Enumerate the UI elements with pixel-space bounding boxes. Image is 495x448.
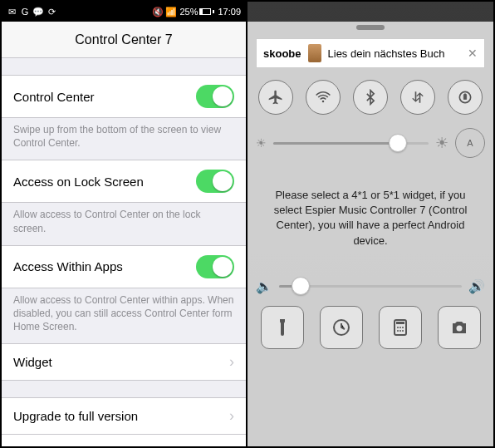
airplane-icon (267, 89, 284, 106)
flashlight-button[interactable] (261, 306, 304, 349)
volume-slider[interactable] (279, 285, 462, 288)
row-lock-screen[interactable]: Access on Lock Screen (2, 160, 246, 203)
row-desc: Swipe up from the bottom of the screen t… (2, 118, 246, 160)
calculator-button[interactable] (379, 306, 422, 349)
svg-point-6 (399, 327, 401, 328)
page-title: Control Center 7 (2, 22, 246, 58)
svg-point-7 (402, 327, 404, 328)
widget-message: Please select a 4*1 or 5*1 widget, if yo… (264, 188, 477, 249)
toggle-within-apps[interactable] (196, 255, 234, 278)
row-label: Control Center (13, 90, 95, 104)
rotation-lock-icon (457, 89, 473, 106)
clock-button[interactable] (320, 306, 363, 349)
svg-point-9 (399, 330, 401, 332)
row-widget[interactable]: Widget › (2, 343, 246, 381)
battery-pct: 25% (179, 7, 198, 17)
row-about[interactable]: About › (2, 435, 246, 446)
chevron-right-icon: › (229, 407, 234, 425)
google-icon: G (20, 7, 30, 17)
brightness-slider[interactable] (273, 142, 429, 145)
svg-point-10 (402, 330, 404, 332)
bluetooth-icon (362, 89, 379, 106)
ad-text: Lies dein nächstes Buch (328, 47, 445, 60)
camera-button[interactable] (438, 306, 481, 349)
drag-handle[interactable] (356, 25, 385, 30)
flashlight-icon (272, 318, 292, 337)
volume-high-icon: 🔊 (468, 278, 485, 294)
row-upgrade[interactable]: Upgrade to full version › (2, 397, 246, 435)
chevron-right-icon: › (229, 444, 234, 446)
control-center-panel: skoobe Lies dein nächstes Buch ✕ ☀ ☀ A P… (248, 22, 493, 446)
svg-point-11 (456, 325, 462, 331)
row-desc: Allow access to Control Center on the lo… (2, 203, 246, 244)
volume-row: 🔈 🔊 (248, 272, 493, 301)
close-icon[interactable]: ✕ (468, 47, 478, 60)
battery-icon: 25% (179, 7, 214, 17)
mute-icon: 🔇 (153, 7, 163, 17)
camera-icon (449, 318, 469, 337)
signal-icon: 📶 (166, 7, 176, 17)
clock: 17:09 (218, 7, 241, 17)
row-label: Access Within Apps (13, 259, 123, 273)
row-within-apps[interactable]: Access Within Apps (2, 245, 246, 288)
volume-low-icon: 🔈 (256, 278, 272, 294)
chevron-right-icon: › (229, 353, 234, 371)
chat-icon: 💬 (33, 7, 43, 17)
svg-rect-4 (396, 322, 404, 324)
brightness-high-icon: ☀ (435, 134, 448, 152)
row-label: Upgrade to full version (13, 409, 138, 423)
settings-pane: ✉ G 💬 ⟳ 🔇 📶 25% 17:09 Control Center 7 C… (2, 2, 248, 446)
clock-icon (331, 318, 351, 337)
row-control-center[interactable]: Control Center (2, 75, 246, 118)
bluetooth-toggle[interactable] (353, 80, 388, 115)
sync-icon: ⟳ (47, 7, 56, 17)
ad-banner[interactable]: skoobe Lies dein nächstes Buch ✕ (256, 38, 485, 68)
status-bar: ✉ G 💬 ⟳ 🔇 📶 25% 17:09 (2, 2, 246, 22)
mail-icon: ✉ (7, 7, 17, 17)
svg-point-0 (322, 101, 325, 103)
row-label: About (13, 446, 46, 446)
wifi-toggle[interactable] (306, 80, 341, 115)
brightness-low-icon: ☀ (256, 136, 267, 150)
row-label: Widget (13, 355, 52, 369)
ad-image (308, 44, 321, 62)
svg-point-8 (397, 330, 399, 332)
wifi-icon (315, 89, 331, 106)
calculator-icon (390, 318, 410, 337)
auto-brightness-toggle[interactable]: A (455, 128, 485, 158)
toggle-lock-screen[interactable] (196, 170, 234, 193)
airplane-toggle[interactable] (258, 80, 293, 115)
svg-point-5 (397, 327, 399, 328)
row-desc: Allow access to Control Center within ap… (2, 288, 246, 344)
ad-logo: skoobe (263, 47, 301, 60)
rotation-lock-toggle[interactable] (448, 80, 483, 115)
control-center-pane: 💬 ⟳ 🔇 📶 26% 17:11 skoobe Lies dein nächs… (248, 2, 493, 446)
toggle-control-center[interactable] (196, 85, 234, 108)
brightness-row: ☀ ☀ A (248, 121, 493, 165)
row-label: Access on Lock Screen (13, 175, 144, 189)
data-toggle[interactable] (400, 80, 435, 115)
data-arrows-icon (409, 89, 426, 106)
